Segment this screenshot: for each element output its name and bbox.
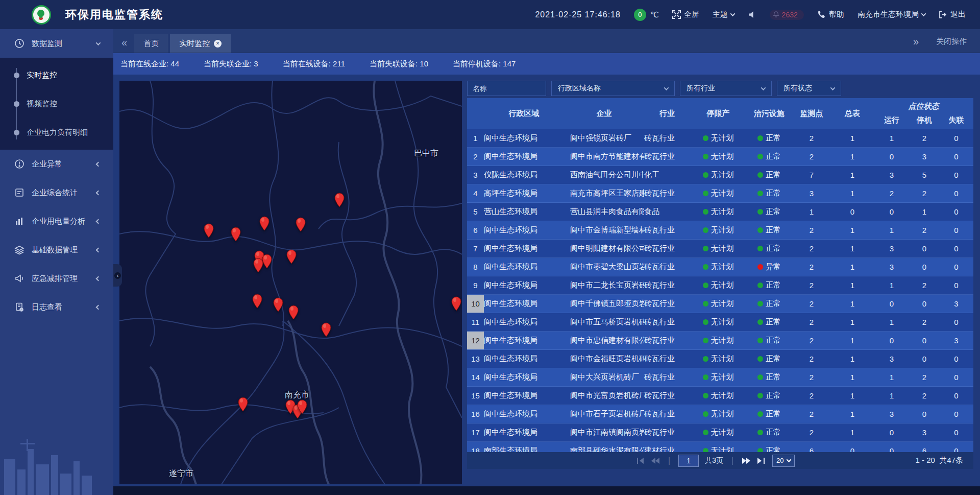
map-pin-icon[interactable]: [203, 223, 215, 238]
cell-industry: 砖瓦行业: [644, 276, 690, 294]
cell-company: 阆中强锐页岩砖厂: [564, 129, 644, 147]
sidebar: 数据监测实时监控视频监控企业电力负荷明细企业异常企业综合统计企业用电量分析基础数…: [0, 29, 113, 495]
row-index: 15: [467, 387, 484, 405]
map-pin-icon[interactable]: [252, 257, 264, 273]
map-pin-icon[interactable]: [450, 296, 462, 311]
cell-region: 营山生态环境局: [484, 203, 564, 221]
sidebar-item-1[interactable]: 企业异常: [0, 150, 113, 178]
tab-首页[interactable]: 首页: [134, 34, 168, 53]
layers-icon: [14, 245, 24, 255]
theme-dropdown[interactable]: 主题: [713, 10, 734, 19]
tabs-scroll-right-icon[interactable]: »: [913, 36, 919, 48]
plan-text: 无计划: [711, 207, 734, 217]
close-operations-button[interactable]: 关闭操作: [936, 37, 967, 46]
sidebar-subitem-2[interactable]: 企业电力负荷明细: [0, 118, 113, 147]
help-button[interactable]: 帮助: [817, 10, 844, 19]
table-row[interactable]: 2阆中生态环境局阆中市南方节能建材有砖瓦行业无计划正常21030: [467, 148, 973, 166]
plan-text: 无计划: [711, 317, 734, 327]
table-row[interactable]: 10阆中生态环境局阆中千佛镇五郎垭页岩砖瓦行业无计划正常21003: [467, 295, 973, 313]
cell-region: 阆中生态环境局: [484, 240, 564, 257]
table-row[interactable]: 12阆中生态环境局阆中市忠信建材有限公砖瓦行业无计划正常21003: [467, 332, 973, 350]
next-page-icon[interactable]: [742, 457, 751, 465]
status-dot-icon: [703, 282, 708, 288]
org-dropdown[interactable]: 南充市生态环境局: [857, 10, 925, 19]
row-index: 9: [467, 276, 484, 294]
cell-region: 仪陇生态环境局: [484, 166, 564, 184]
table-row[interactable]: 13阆中生态环境局阆中市金福旺页岩机砖砖瓦行业无计划正常21300: [467, 350, 973, 368]
tabs-scroll-left-icon[interactable]: «: [121, 37, 127, 49]
table-row[interactable]: 3仪陇生态环境局西南油气田分公司川中化工无计划正常71350: [467, 166, 973, 184]
sidebar-item-label: 日志查看: [32, 302, 62, 312]
map-pin-icon[interactable]: [272, 297, 284, 312]
page-number-input[interactable]: [678, 455, 699, 467]
last-page-icon[interactable]: [757, 457, 766, 465]
sidebar-subitem-0[interactable]: 实时监控: [0, 61, 113, 89]
chevron-left-icon: [96, 190, 101, 195]
logout-button[interactable]: 退出: [939, 10, 966, 19]
header-行业: 行业: [644, 98, 690, 129]
sidebar-item-0[interactable]: 数据监测: [0, 29, 113, 58]
sidebar-item-5[interactable]: 应急减排管理: [0, 264, 113, 293]
table-row[interactable]: 7阆中生态环境局阆中明阳建材有限公司砖瓦行业无计划正常21300: [467, 240, 973, 258]
status-text: 正常: [766, 372, 781, 382]
cell-region: 阆中生态环境局: [484, 313, 564, 331]
page-size-select[interactable]: 20: [772, 455, 794, 467]
status-text: 正常: [766, 280, 781, 290]
map-pin-icon[interactable]: [237, 396, 249, 412]
status-dot-icon: [757, 393, 763, 398]
fullscreen-button[interactable]: 全屏: [672, 10, 699, 19]
sidebar-item-3[interactable]: 企业用电量分析: [0, 207, 113, 235]
table-row[interactable]: 14阆中生态环境局阆中大兴页岩机砖厂砖瓦行业无计划正常21120: [467, 368, 973, 387]
tab-实时监控[interactable]: 实时监控✕: [170, 34, 231, 53]
map-pin-icon[interactable]: [333, 192, 346, 207]
prev-page-icon[interactable]: [651, 457, 660, 465]
table-row[interactable]: 17阆中生态环境局阆中市江南镇阆南页岩砖瓦行业无计划正常21030: [467, 423, 973, 442]
temperature-badge: 0: [634, 9, 646, 21]
sidebar-item-2[interactable]: 企业综合统计: [0, 178, 113, 207]
notification-badge[interactable]: 2632: [770, 10, 804, 20]
table-row[interactable]: 6阆中生态环境局阆中市金博瑞新型墙材砖瓦行业无计划正常21120: [467, 221, 973, 240]
table-row[interactable]: 15阆中生态环境局阆中市光富页岩机砖厂砖瓦行业无计划正常21120: [467, 387, 973, 405]
map-pin-icon[interactable]: [251, 293, 263, 309]
map-pin-icon[interactable]: [296, 399, 308, 414]
row-index: 6: [467, 221, 484, 239]
table-row[interactable]: 5营山生态环境局营山县润丰肉食品有限食品无计划正常10010: [467, 203, 973, 221]
sidebar-collapse-handle[interactable]: ‹: [113, 264, 122, 287]
sidebar-item-4[interactable]: 基础数据管理: [0, 235, 113, 264]
status-select[interactable]: 所有状态: [777, 81, 841, 96]
map-pin-icon[interactable]: [258, 216, 271, 231]
table-row[interactable]: 16阆中生态环境局阆中市石子页岩机砖厂砖瓦行业无计划正常21300: [467, 405, 973, 423]
sidebar-item-6[interactable]: 日志查看: [0, 293, 113, 321]
first-page-icon[interactable]: [635, 457, 645, 465]
cell-run: 1: [874, 129, 910, 147]
map-pin-icon[interactable]: [230, 226, 242, 242]
sidebar-subitem-1[interactable]: 视频监控: [0, 89, 113, 118]
cell-company: 阆中明阳建材有限公司: [564, 240, 644, 257]
table-row[interactable]: 9阆中生态环境局阆中市二龙长宝页岩砖砖瓦行业无计划正常21120: [467, 276, 973, 295]
table-row[interactable]: 1阆中生态环境局阆中强锐页岩砖厂砖瓦行业无计划正常21120: [467, 129, 973, 148]
map-pin-icon[interactable]: [287, 304, 300, 320]
status-text: 正常: [766, 409, 781, 419]
mute-button[interactable]: [748, 10, 756, 19]
tab-close-icon[interactable]: ✕: [214, 40, 222, 48]
industry-select[interactable]: 所有行业: [680, 81, 772, 96]
sidebar-subitem-label: 视频监控: [27, 99, 57, 109]
map-pin-icon[interactable]: [295, 217, 307, 232]
table-row[interactable]: 11阆中生态环境局阆中市五马桥页岩机砖砖瓦行业无计划正常21120: [467, 313, 973, 332]
cell-industry: 砖瓦行业: [644, 423, 690, 441]
status-text: 正常: [766, 391, 781, 400]
plan-text: 无计划: [711, 299, 734, 309]
cell-monitor: 2: [792, 332, 831, 349]
map-pin-icon[interactable]: [285, 249, 298, 264]
cell-region: 高坪生态环境局: [484, 184, 564, 202]
cell-facility-status: 正常: [746, 184, 792, 202]
row-index: 4: [467, 184, 484, 202]
name-search-input[interactable]: [467, 81, 546, 96]
table-row[interactable]: 8阆中生态环境局阆中市枣碧大梁山页岩砖瓦行业无计划异常21300: [467, 258, 973, 276]
cell-stop: 2: [910, 276, 939, 294]
region-select[interactable]: 行政区域名称: [551, 81, 675, 96]
map-pin-icon[interactable]: [320, 322, 332, 337]
row-index: 13: [467, 350, 484, 368]
table-row[interactable]: 4高坪生态环境局南充市高坪区王家店建砖瓦行业无计划正常31220: [467, 184, 973, 203]
row-index: 8: [467, 258, 484, 276]
